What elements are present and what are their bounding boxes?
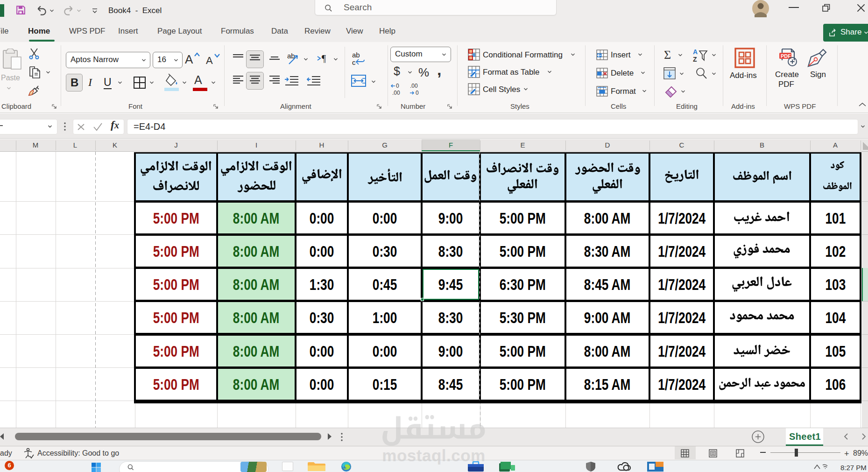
svg-text:ab: ab [352,51,360,59]
svg-text:.00: .00 [392,90,400,96]
svg-text:Z: Z [693,56,697,63]
svg-text:0: 0 [396,83,399,89]
svg-text:c: c [352,58,356,66]
svg-text:¶: ¶ [322,53,326,63]
svg-text:A: A [693,48,698,56]
svg-text:.00: .00 [410,83,418,89]
svg-text:0: 0 [416,90,419,96]
